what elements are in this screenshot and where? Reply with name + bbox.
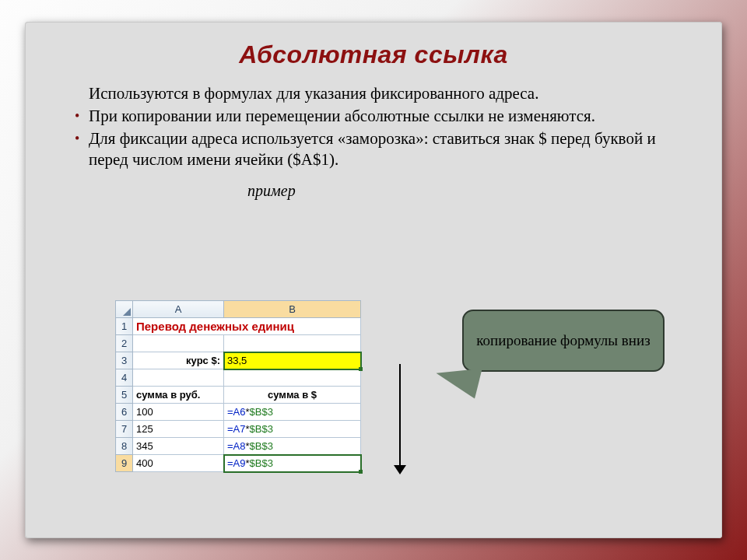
row-header-2[interactable]: 2 <box>116 335 133 352</box>
row-header-3[interactable]: 3 <box>116 352 133 369</box>
cell-a2[interactable] <box>133 335 224 352</box>
arrow-down-icon <box>394 364 406 481</box>
row-header-1[interactable]: 1 <box>116 318 133 335</box>
cell-b4[interactable] <box>224 369 361 387</box>
callout-tail <box>417 354 482 398</box>
cell-b8[interactable]: =A8*$B$3 <box>224 438 361 455</box>
cell-b3[interactable]: 33,5 <box>224 352 361 369</box>
row-header-6[interactable]: 6 <box>116 404 133 421</box>
formula-ref2: $B$3 <box>250 440 273 452</box>
formula-ref2: $B$3 <box>250 406 273 418</box>
formula-ref2: $B$3 <box>250 423 273 435</box>
slide: Абсолютная ссылка Используются в формула… <box>25 22 722 538</box>
formula-ref1: =A7 <box>227 423 246 435</box>
bullet-item-0: Используются в формулах для указания фик… <box>75 83 686 104</box>
row-header-9[interactable]: 9 <box>116 455 133 472</box>
row-header-4[interactable]: 4 <box>116 369 133 387</box>
cell-b9[interactable]: =A9*$B$3 <box>224 455 361 472</box>
cell-b6[interactable]: =A6*$B$3 <box>224 404 361 421</box>
formula-ref1: =A6 <box>227 406 246 418</box>
bullet-item-2: Для фиксации адреса используется «заморо… <box>75 128 686 170</box>
cell-a4[interactable] <box>133 369 224 387</box>
formula-ref2: $B$3 <box>250 457 273 469</box>
bullet-list: Используются в формулах для указания фик… <box>75 83 686 170</box>
slide-title: Абсолютная ссылка <box>61 40 686 69</box>
cell-a5[interactable]: сумма в руб. <box>133 387 224 404</box>
cell-b7[interactable]: =A7*$B$3 <box>224 421 361 438</box>
cell-a7[interactable]: 125 <box>133 421 224 438</box>
bullet-item-1: При копировании или перемещении абсолютн… <box>75 106 686 127</box>
spreadsheet-table: A B 1 Перевод денежных единиц 2 3 курс $… <box>115 300 361 472</box>
row-header-5[interactable]: 5 <box>116 387 133 404</box>
slide-wrapper: Абсолютная ссылка Используются в формула… <box>0 0 747 560</box>
cell-a9[interactable]: 400 <box>133 455 224 472</box>
formula-ref1: =A9 <box>227 457 246 469</box>
sheet-corner[interactable] <box>116 301 133 318</box>
spreadsheet: A B 1 Перевод денежных единиц 2 3 курс $… <box>115 300 389 472</box>
cell-a3[interactable]: курс $: <box>133 352 224 369</box>
cell-a6[interactable]: 100 <box>133 404 224 421</box>
row-header-8[interactable]: 8 <box>116 438 133 455</box>
col-header-a[interactable]: A <box>133 301 224 318</box>
cell-b5[interactable]: сумма в $ <box>224 387 361 404</box>
formula-ref1: =A8 <box>227 440 246 452</box>
cell-b2[interactable] <box>224 335 361 352</box>
col-header-b[interactable]: B <box>224 301 361 318</box>
body-text: Используются в формулах для указания фик… <box>61 83 686 201</box>
cell-title[interactable]: Перевод денежных единиц <box>133 318 361 335</box>
callout-bubble: копирование формулы вниз <box>462 310 665 372</box>
cell-a8[interactable]: 345 <box>133 438 224 455</box>
example-label: пример <box>247 181 686 201</box>
row-header-7[interactable]: 7 <box>116 421 133 438</box>
callout-text: копирование формулы вниз <box>476 332 650 350</box>
